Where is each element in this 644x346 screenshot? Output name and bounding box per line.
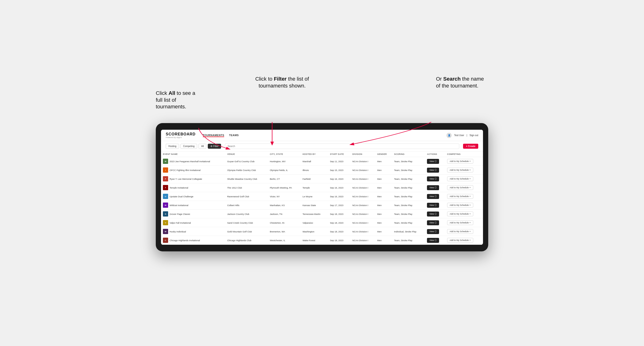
view-button-7[interactable]: View ⓘ	[427, 220, 439, 225]
start-date-4: Sep 16, 2023	[328, 192, 350, 201]
filter-button[interactable]: ⚙ Filter	[208, 144, 221, 149]
col-competing: COMPETING	[445, 152, 483, 157]
add-to-schedule-button-8[interactable]: Add to My Schedule +	[447, 229, 473, 234]
view-button-2[interactable]: View ⓘ	[427, 176, 439, 181]
city-state-9: Westchester, IL	[268, 236, 301, 245]
city-state-0: Huntington, WV	[268, 157, 301, 166]
gender-0: Men	[375, 157, 392, 166]
event-cell-3: T Temple Invitational	[161, 183, 225, 192]
view-button-6[interactable]: View ⓘ	[427, 211, 439, 216]
filter-bar: Hosting Competing All ⚙ Filter + Create	[161, 141, 483, 152]
gender-8: Men	[375, 227, 392, 236]
col-scoring: SCORING	[392, 152, 425, 157]
table-row: G Grover Page Classic Jackson Country Cl…	[161, 210, 483, 218]
add-to-schedule-button-4[interactable]: Add to My Schedule +	[447, 194, 473, 199]
create-button[interactable]: + Create	[463, 144, 478, 149]
view-button-5[interactable]: View ⓘ	[427, 203, 439, 208]
event-name-7: Valpo Fall Invitational	[170, 221, 191, 224]
annotation-top-right: Or Search the name of the tournament.	[436, 76, 488, 89]
nav-tournaments[interactable]: TOURNAMENTS	[203, 134, 224, 137]
event-name-3: Temple Invitational	[170, 186, 188, 189]
app-header: SCOREBOARD Powered by clipp'd TOURNAMENT…	[161, 130, 483, 141]
hosted-by-6: Tennessee-Martin	[301, 210, 328, 218]
scoring-9: Team, Stroke Play	[392, 236, 425, 245]
start-date-8: Sep 18, 2023	[328, 227, 350, 236]
city-state-6: Jackson, TN	[268, 210, 301, 218]
event-name-9: Chicago Highlands Invitational	[170, 239, 200, 242]
view-button-9[interactable]: View ⓘ	[427, 238, 439, 243]
competing-cell-5: Add to My Schedule +	[445, 201, 483, 210]
view-button-3[interactable]: View ⓘ	[427, 185, 439, 190]
col-event-name: EVENT NAME	[161, 152, 225, 157]
tablet-frame: SCOREBOARD Powered by clipp'd TOURNAMENT…	[156, 123, 488, 251]
logo-text: SCOREBOARD	[166, 132, 196, 136]
user-name: Test User	[454, 134, 464, 137]
action-cell-3: View ⓘ	[425, 183, 445, 192]
add-to-schedule-button-9[interactable]: Add to My Schedule +	[447, 238, 473, 243]
start-date-0: Sep 11, 2023	[328, 157, 350, 166]
event-cell-9: C Chicago Highlands Invitational	[161, 236, 225, 245]
city-state-5: Manhattan, KS	[268, 201, 301, 210]
add-to-schedule-button-5[interactable]: Add to My Schedule +	[447, 203, 473, 207]
table-row: W Wildcat Invitational Colbert Hills Man…	[161, 201, 483, 210]
add-to-schedule-button-0[interactable]: Add to My Schedule +	[447, 159, 473, 164]
tab-competing[interactable]: Competing	[180, 144, 197, 149]
competing-cell-6: Add to My Schedule +	[445, 210, 483, 218]
division-4: NCAA Division I	[350, 192, 376, 201]
team-logo-0: M	[163, 159, 168, 164]
table-row: C Chicago Highlands Invitational Chicago…	[161, 236, 483, 245]
hosted-by-7: Valparaiso	[301, 218, 328, 227]
scoring-7: Team, Stroke Play	[392, 218, 425, 227]
event-name-1: OFCC Fighting Illini Invitational	[170, 169, 200, 172]
annotation-top-center: Click to Filter the list of tournaments …	[251, 76, 313, 89]
competing-cell-0: Add to My Schedule +	[445, 157, 483, 166]
tab-all[interactable]: All	[198, 144, 206, 149]
event-cell-7: V Valpo Fall Invitational	[161, 218, 225, 227]
nav-links: TOURNAMENTS TEAMS	[203, 134, 440, 137]
scoring-4: Team, Stroke Play	[392, 192, 425, 201]
table-row: I OFCC Fighting Illini Invitational Olym…	[161, 166, 483, 174]
add-to-schedule-button-1[interactable]: Add to My Schedule +	[447, 168, 473, 173]
competing-cell-4: Add to My Schedule +	[445, 192, 483, 201]
venue-7: Sand Creek Country Club	[225, 218, 268, 227]
team-logo-6: G	[163, 211, 168, 216]
team-logo-8: W	[163, 229, 168, 234]
competing-cell-8: Add to My Schedule +	[445, 227, 483, 236]
view-button-8[interactable]: View ⓘ	[427, 229, 439, 234]
view-button-0[interactable]: View ⓘ	[427, 159, 439, 164]
team-logo-2: F	[163, 176, 168, 181]
division-5: NCAA Division I	[350, 201, 376, 210]
competing-cell-9: Add to My Schedule +	[445, 236, 483, 245]
action-cell-6: View ⓘ	[425, 210, 445, 218]
gender-2: Men	[375, 174, 392, 183]
annotation-top-left: Click All to see a full list of tourname…	[156, 90, 203, 110]
table-row: V Valpo Fall Invitational Sand Creek Cou…	[161, 218, 483, 227]
view-button-1[interactable]: View ⓘ	[427, 168, 439, 173]
tab-hosting[interactable]: Hosting	[166, 144, 179, 149]
gender-6: Men	[375, 210, 392, 218]
add-to-schedule-button-7[interactable]: Add to My Schedule +	[447, 220, 473, 225]
logo-sub: Powered by clipp'd	[166, 136, 196, 139]
search-input[interactable]	[225, 144, 459, 149]
event-name-4: Upstate Dual Challenge	[170, 195, 193, 198]
city-state-2: Berlin, CT	[268, 174, 301, 183]
view-button-4[interactable]: View ⓘ	[427, 194, 439, 199]
event-name-2: Ryan T. Lee Memorial Collegiate	[170, 178, 202, 180]
event-name-8: Husky Individual	[170, 230, 186, 233]
gender-5: Men	[375, 201, 392, 210]
add-to-schedule-button-2[interactable]: Add to My Schedule +	[447, 176, 473, 181]
venue-8: Gold Mountain Golf Club	[225, 227, 268, 236]
competing-cell-7: Add to My Schedule +	[445, 218, 483, 227]
scoring-6: Team, Stroke Play	[392, 210, 425, 218]
nav-teams[interactable]: TEAMS	[229, 134, 239, 137]
event-cell-6: G Grover Page Classic	[161, 210, 225, 218]
event-cell-1: I OFCC Fighting Illini Invitational	[161, 166, 225, 174]
table-row: T Temple Invitational The 1912 Club Plym…	[161, 183, 483, 192]
division-9: NCAA Division I	[350, 236, 376, 245]
gender-9: Men	[375, 236, 392, 245]
col-hosted-by: HOSTED BY	[301, 152, 328, 157]
event-cell-2: F Ryan T. Lee Memorial Collegiate	[161, 174, 225, 183]
add-to-schedule-button-3[interactable]: Add to My Schedule +	[447, 185, 473, 190]
sign-out-link[interactable]: Sign out	[470, 134, 478, 137]
add-to-schedule-button-6[interactable]: Add to My Schedule +	[447, 211, 473, 216]
